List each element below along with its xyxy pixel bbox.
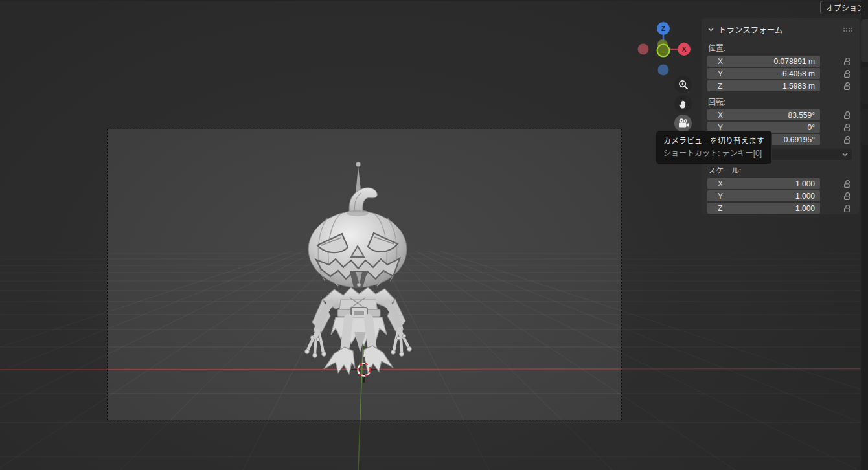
unlock-icon (843, 69, 852, 78)
unlock-icon (843, 192, 852, 201)
scale-z-row: Z 1.000 (702, 203, 860, 214)
transform-panel-header[interactable]: トランスフォーム (702, 18, 860, 38)
unlock-icon (843, 204, 852, 213)
gizmo-x-negative-ball[interactable] (638, 44, 649, 55)
panel-drag-grip-icon[interactable] (843, 27, 853, 32)
scale-x-row: X 1.000 (702, 178, 860, 189)
location-x-field[interactable]: X 0.078891 m (707, 56, 820, 67)
rotation-y-lock[interactable] (843, 123, 852, 132)
camera-view-tooltip: カメラビューを切り替えます ショートカット: テンキー[0] (656, 131, 772, 164)
unlock-icon (843, 111, 852, 120)
axis-label: Z (718, 82, 722, 91)
sidebar-tab-strip: アイテム ツール ビュー (861, 0, 868, 470)
axis-value: 1.000 (795, 179, 815, 188)
sidebar-tab-label: ツール (861, 75, 868, 96)
rotation-z-lock[interactable] (843, 135, 852, 144)
view-navigation-gizmo[interactable]: Z X (631, 16, 696, 81)
axis-label: X (718, 57, 723, 66)
gizmo-z-negative-ball[interactable] (658, 65, 669, 76)
location-y-field[interactable]: Y -6.4058 m (707, 68, 820, 79)
chevron-down-icon (842, 153, 848, 157)
scale-z-lock[interactable] (843, 204, 852, 213)
tooltip-title: カメラビューを切り替えます (663, 135, 764, 148)
sidebar-tab-tool[interactable]: ツール (861, 67, 868, 104)
unlock-icon (843, 57, 852, 66)
panel-collapse-chevron-icon (708, 28, 714, 32)
axis-label: Y (718, 192, 723, 201)
location-z-field[interactable]: Z 1.5983 m (707, 80, 820, 91)
rotation-section-label: 回転: (708, 96, 852, 107)
location-z-row: Z 1.5983 m (702, 80, 860, 91)
zoom-view-button[interactable] (674, 76, 692, 93)
scale-z-field[interactable]: Z 1.000 (707, 203, 820, 214)
location-y-row: Y -6.4058 m (702, 68, 860, 79)
rotation-x-lock[interactable] (843, 111, 852, 120)
camera-view-button[interactable] (674, 115, 692, 132)
camera-frame-border (107, 129, 622, 420)
gizmo-x-positive-ball[interactable]: X (678, 43, 691, 56)
axis-label: Z (718, 204, 722, 213)
location-x-row: X 0.078891 m (702, 56, 860, 67)
scale-y-field[interactable]: Y 1.000 (707, 190, 820, 201)
axis-label: X (718, 111, 723, 120)
axis-label: X (718, 179, 723, 188)
rotation-x-row: X 83.559° (702, 109, 860, 120)
location-z-lock[interactable] (843, 82, 852, 91)
scale-x-field[interactable]: X 1.000 (707, 178, 820, 189)
scale-y-row: Y 1.000 (702, 190, 860, 201)
scale-x-lock[interactable] (843, 179, 852, 188)
sidebar-tab-item[interactable]: アイテム (861, 19, 868, 62)
axis-value: 1.5983 m (782, 82, 815, 91)
sidebar-tab-label: アイテム (861, 27, 868, 55)
options-label: オプション (826, 2, 865, 13)
axis-label: Y (718, 69, 723, 78)
unlock-icon (843, 135, 852, 144)
gizmo-y-front-ball[interactable] (657, 45, 670, 57)
panel-title: トランスフォーム (718, 23, 782, 36)
blender-3d-viewport[interactable]: { "header": { "options_label": "オプション" }… (0, 0, 868, 470)
camera-view-icon (678, 118, 689, 128)
transform-panel: トランスフォーム 位置: X 0.078891 m Y -6.4058 m (702, 18, 860, 214)
tooltip-shortcut: ショートカット: テンキー[0] (663, 148, 764, 160)
location-y-lock[interactable] (843, 69, 852, 78)
sidebar-tab-view[interactable]: ビュー (861, 109, 868, 145)
axis-value: 0° (808, 123, 815, 132)
gizmo-x-label: X (682, 46, 687, 53)
pan-view-button[interactable] (674, 95, 692, 113)
location-x-lock[interactable] (843, 57, 852, 66)
scale-y-lock[interactable] (843, 192, 852, 201)
unlock-icon (843, 123, 852, 132)
pan-hand-icon (678, 99, 688, 109)
axis-value: 1.000 (795, 192, 815, 201)
sidebar-tab-label: ビュー (861, 117, 868, 138)
location-section-label: 位置: (708, 42, 852, 53)
gizmo-z-positive-ball[interactable]: Z (657, 22, 670, 35)
unlock-icon (843, 82, 852, 91)
axis-value: 83.559° (788, 111, 815, 120)
unlock-icon (843, 179, 852, 188)
axis-value: -6.4058 m (780, 69, 815, 78)
zoom-icon (678, 80, 689, 90)
axis-value: 0.078891 m (774, 57, 815, 66)
scale-section-label: スケール: (708, 164, 852, 175)
viewport-top-edge (0, 0, 868, 1)
axis-value: 1.000 (795, 204, 815, 213)
gizmo-z-label: Z (661, 25, 665, 32)
axis-value: 0.69195° (784, 135, 815, 144)
rotation-x-field[interactable]: X 83.559° (707, 109, 820, 120)
